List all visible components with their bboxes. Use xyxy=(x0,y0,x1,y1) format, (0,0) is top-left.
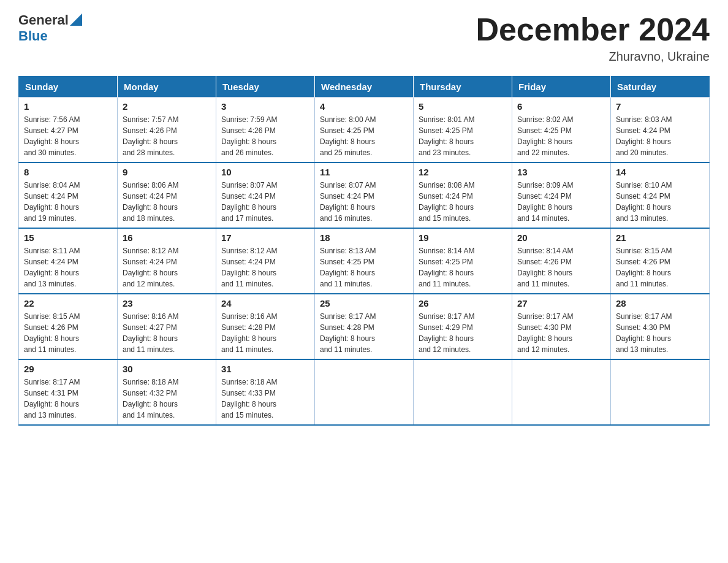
calendar-week-row: 29Sunrise: 8:17 AMSunset: 4:31 PMDayligh… xyxy=(19,359,710,425)
table-row: 4Sunrise: 8:00 AMSunset: 4:25 PMDaylight… xyxy=(315,98,414,163)
table-row: 30Sunrise: 8:18 AMSunset: 4:32 PMDayligh… xyxy=(118,359,216,425)
days-of-week-row: Sunday Monday Tuesday Wednesday Thursday… xyxy=(19,77,710,98)
day-number: 21 xyxy=(616,232,704,243)
logo-triangle-icon xyxy=(70,13,82,26)
day-number: 4 xyxy=(320,101,408,112)
table-row: 13Sunrise: 8:09 AMSunset: 4:24 PMDayligh… xyxy=(512,163,611,228)
day-number: 1 xyxy=(24,101,112,112)
day-number: 9 xyxy=(123,167,211,177)
table-row: 26Sunrise: 8:17 AMSunset: 4:29 PMDayligh… xyxy=(414,294,512,359)
day-info: Sunrise: 8:10 AMSunset: 4:24 PMDaylight:… xyxy=(616,180,704,224)
day-info: Sunrise: 7:56 AMSunset: 4:27 PMDaylight:… xyxy=(24,114,112,158)
day-number: 28 xyxy=(616,298,704,308)
day-info: Sunrise: 8:17 AMSunset: 4:30 PMDaylight:… xyxy=(616,311,704,355)
day-number: 20 xyxy=(517,232,605,243)
day-number: 5 xyxy=(419,101,507,112)
table-row: 29Sunrise: 8:17 AMSunset: 4:31 PMDayligh… xyxy=(19,359,118,425)
day-info: Sunrise: 8:16 AMSunset: 4:27 PMDaylight:… xyxy=(123,311,211,355)
day-number: 14 xyxy=(616,167,704,177)
svg-marker-0 xyxy=(70,13,82,26)
table-row: 8Sunrise: 8:04 AMSunset: 4:24 PMDaylight… xyxy=(19,163,118,228)
table-row: 2Sunrise: 7:57 AMSunset: 4:26 PMDaylight… xyxy=(118,98,216,163)
table-row: 27Sunrise: 8:17 AMSunset: 4:30 PMDayligh… xyxy=(512,294,611,359)
day-number: 16 xyxy=(123,232,211,243)
day-number: 6 xyxy=(517,101,605,112)
day-number: 3 xyxy=(221,101,309,112)
day-info: Sunrise: 8:08 AMSunset: 4:24 PMDaylight:… xyxy=(419,180,507,224)
day-number: 12 xyxy=(419,167,507,177)
day-info: Sunrise: 8:15 AMSunset: 4:26 PMDaylight:… xyxy=(616,245,704,289)
calendar-table: Sunday Monday Tuesday Wednesday Thursday… xyxy=(18,76,710,426)
table-row: 25Sunrise: 8:17 AMSunset: 4:28 PMDayligh… xyxy=(315,294,414,359)
table-row: 6Sunrise: 8:02 AMSunset: 4:25 PMDaylight… xyxy=(512,98,611,163)
day-number: 30 xyxy=(123,364,211,374)
logo-blue-text: Blue xyxy=(18,28,48,44)
col-sunday: Sunday xyxy=(19,77,118,98)
day-number: 8 xyxy=(24,167,112,177)
table-row: 7Sunrise: 8:03 AMSunset: 4:24 PMDaylight… xyxy=(611,98,710,163)
table-row: 21Sunrise: 8:15 AMSunset: 4:26 PMDayligh… xyxy=(611,228,710,294)
table-row: 22Sunrise: 8:15 AMSunset: 4:26 PMDayligh… xyxy=(19,294,118,359)
col-thursday: Thursday xyxy=(414,77,512,98)
col-tuesday: Tuesday xyxy=(216,77,315,98)
table-row: 5Sunrise: 8:01 AMSunset: 4:25 PMDaylight… xyxy=(414,98,512,163)
day-info: Sunrise: 8:06 AMSunset: 4:24 PMDaylight:… xyxy=(123,180,211,224)
day-info: Sunrise: 8:13 AMSunset: 4:25 PMDaylight:… xyxy=(320,245,408,289)
day-info: Sunrise: 8:18 AMSunset: 4:32 PMDaylight:… xyxy=(123,377,211,421)
day-info: Sunrise: 8:16 AMSunset: 4:28 PMDaylight:… xyxy=(221,311,309,355)
day-number: 29 xyxy=(24,364,112,374)
day-info: Sunrise: 8:15 AMSunset: 4:26 PMDaylight:… xyxy=(24,311,112,355)
page-header: General Blue December 2024 Zhuravno, Ukr… xyxy=(18,12,710,64)
table-row: 16Sunrise: 8:12 AMSunset: 4:24 PMDayligh… xyxy=(118,228,216,294)
table-row: 31Sunrise: 8:18 AMSunset: 4:33 PMDayligh… xyxy=(216,359,315,425)
table-row: 19Sunrise: 8:14 AMSunset: 4:25 PMDayligh… xyxy=(414,228,512,294)
day-info: Sunrise: 7:57 AMSunset: 4:26 PMDaylight:… xyxy=(123,114,211,158)
day-number: 23 xyxy=(123,298,211,308)
calendar-week-row: 1Sunrise: 7:56 AMSunset: 4:27 PMDaylight… xyxy=(19,98,710,163)
day-info: Sunrise: 8:00 AMSunset: 4:25 PMDaylight:… xyxy=(320,114,408,158)
table-row: 9Sunrise: 8:06 AMSunset: 4:24 PMDaylight… xyxy=(118,163,216,228)
calendar-week-row: 15Sunrise: 8:11 AMSunset: 4:24 PMDayligh… xyxy=(19,228,710,294)
table-row: 18Sunrise: 8:13 AMSunset: 4:25 PMDayligh… xyxy=(315,228,414,294)
day-number: 26 xyxy=(419,298,507,308)
logo-general-text: General xyxy=(18,12,69,28)
table-row: 12Sunrise: 8:08 AMSunset: 4:24 PMDayligh… xyxy=(414,163,512,228)
day-info: Sunrise: 8:04 AMSunset: 4:24 PMDaylight:… xyxy=(24,180,112,224)
day-info: Sunrise: 8:14 AMSunset: 4:25 PMDaylight:… xyxy=(419,245,507,289)
table-row: 1Sunrise: 7:56 AMSunset: 4:27 PMDaylight… xyxy=(19,98,118,163)
day-number: 13 xyxy=(517,167,605,177)
table-row: 17Sunrise: 8:12 AMSunset: 4:24 PMDayligh… xyxy=(216,228,315,294)
day-info: Sunrise: 8:17 AMSunset: 4:29 PMDaylight:… xyxy=(419,311,507,355)
day-info: Sunrise: 8:17 AMSunset: 4:30 PMDaylight:… xyxy=(517,311,605,355)
table-row: 3Sunrise: 7:59 AMSunset: 4:26 PMDaylight… xyxy=(216,98,315,163)
day-info: Sunrise: 8:17 AMSunset: 4:31 PMDaylight:… xyxy=(24,377,112,421)
day-info: Sunrise: 8:07 AMSunset: 4:24 PMDaylight:… xyxy=(221,180,309,224)
month-title: December 2024 xyxy=(476,12,710,47)
table-row: 11Sunrise: 8:07 AMSunset: 4:24 PMDayligh… xyxy=(315,163,414,228)
table-row: 15Sunrise: 8:11 AMSunset: 4:24 PMDayligh… xyxy=(19,228,118,294)
col-saturday: Saturday xyxy=(611,77,710,98)
calendar-body: 1Sunrise: 7:56 AMSunset: 4:27 PMDaylight… xyxy=(19,98,710,426)
table-row xyxy=(611,359,710,425)
day-info: Sunrise: 8:11 AMSunset: 4:24 PMDaylight:… xyxy=(24,245,112,289)
day-info: Sunrise: 8:14 AMSunset: 4:26 PMDaylight:… xyxy=(517,245,605,289)
day-number: 7 xyxy=(616,101,704,112)
table-row xyxy=(315,359,414,425)
day-info: Sunrise: 8:18 AMSunset: 4:33 PMDaylight:… xyxy=(221,377,309,421)
day-number: 18 xyxy=(320,232,408,243)
table-row: 10Sunrise: 8:07 AMSunset: 4:24 PMDayligh… xyxy=(216,163,315,228)
day-info: Sunrise: 8:09 AMSunset: 4:24 PMDaylight:… xyxy=(517,180,605,224)
logo: General Blue xyxy=(18,12,82,44)
day-info: Sunrise: 8:17 AMSunset: 4:28 PMDaylight:… xyxy=(320,311,408,355)
table-row: 14Sunrise: 8:10 AMSunset: 4:24 PMDayligh… xyxy=(611,163,710,228)
col-friday: Friday xyxy=(512,77,611,98)
calendar-header: Sunday Monday Tuesday Wednesday Thursday… xyxy=(19,77,710,98)
table-row xyxy=(512,359,611,425)
day-info: Sunrise: 8:03 AMSunset: 4:24 PMDaylight:… xyxy=(616,114,704,158)
calendar-week-row: 8Sunrise: 8:04 AMSunset: 4:24 PMDaylight… xyxy=(19,163,710,228)
location-subtitle: Zhuravno, Ukraine xyxy=(476,50,710,64)
title-area: December 2024 Zhuravno, Ukraine xyxy=(476,12,710,64)
day-number: 19 xyxy=(419,232,507,243)
day-info: Sunrise: 8:12 AMSunset: 4:24 PMDaylight:… xyxy=(221,245,309,289)
day-info: Sunrise: 8:02 AMSunset: 4:25 PMDaylight:… xyxy=(517,114,605,158)
